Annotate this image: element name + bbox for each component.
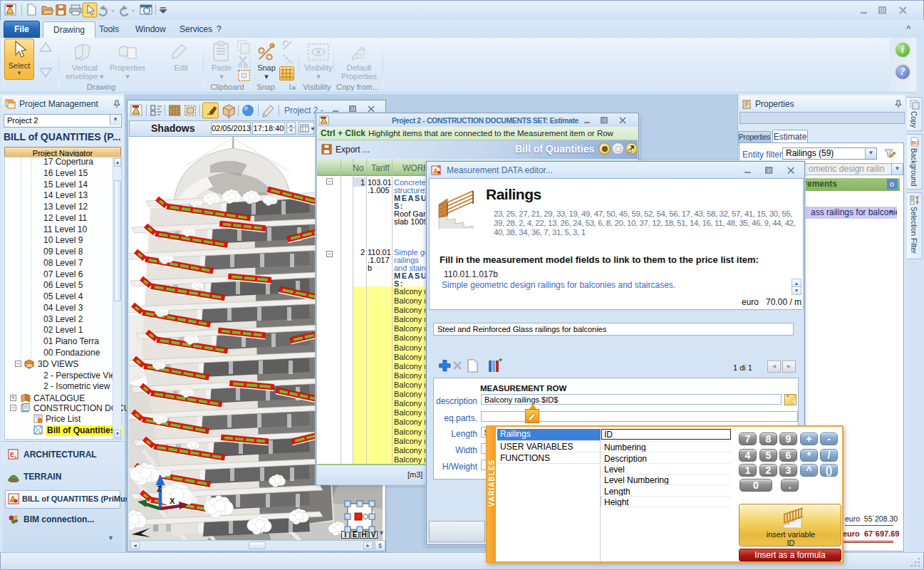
svg-text:E: E xyxy=(10,451,14,458)
svg-text:Z: Z xyxy=(157,484,162,493)
svg-text:D: D xyxy=(359,52,363,57)
svg-text:BG: BG xyxy=(912,140,920,145)
svg-text:3D: 3D xyxy=(27,363,33,368)
svg-text:X: X xyxy=(170,497,175,505)
